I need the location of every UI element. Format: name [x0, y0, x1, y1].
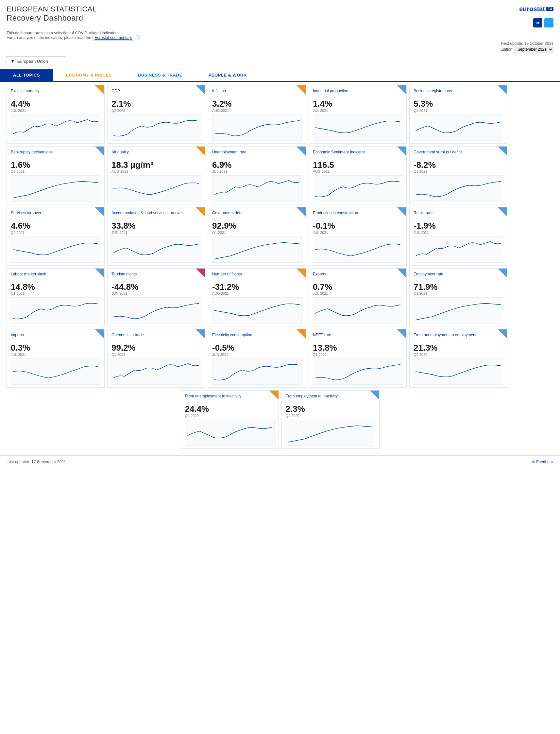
card-title-gdp: GDP	[111, 89, 201, 98]
card-value-tourism-nights: -44.8%	[111, 282, 201, 292]
card-period-employment-rate: Q1 2021	[414, 291, 503, 295]
card-value-number-of-flights: -31.2%	[212, 282, 302, 292]
tab-business[interactable]: BUSINESS & TRADE	[125, 69, 195, 81]
chart-svg-industrial-production	[313, 115, 402, 140]
card-corner-icon	[297, 146, 306, 156]
card-period-inflation: AUG 2021	[212, 109, 302, 112]
card-period-unemployment-rate: JUL 2021	[212, 169, 302, 173]
card-exports[interactable]: Exports 0.7% JUL 2021	[309, 268, 407, 327]
card-corner-icon	[95, 207, 104, 216]
card-employment-rate[interactable]: Employment rate 71.9% Q1 2021	[409, 268, 507, 327]
card-title-excess-mortality: Excess mortality	[11, 89, 100, 98]
region-selector: ▼ European Union	[0, 53, 560, 69]
chart-line-services-turnover	[13, 243, 98, 255]
region-dropdown[interactable]: ▼ European Union	[7, 56, 65, 66]
twitter-icon[interactable]: 🐦	[544, 18, 553, 27]
card-value-government-debt: 92.9%	[212, 221, 302, 230]
card-chart-business-registrations	[414, 114, 503, 141]
chart-svg-unemployment-to-inactivity	[185, 420, 274, 446]
chart-line-business-registrations	[416, 122, 501, 133]
card-value-imports: 0.3%	[11, 343, 100, 352]
card-employment-to-inactivity[interactable]: From employment to inactivity 2.3% Q4 20…	[281, 390, 380, 449]
card-period-business-registrations: Q2 2021	[414, 109, 503, 112]
chart-svg-bankruptcy-declarations	[11, 176, 100, 201]
card-chart-employment-rate	[414, 297, 503, 323]
card-chart-industrial-production	[313, 114, 402, 141]
card-value-electricity-consumption: -0.5%	[212, 343, 302, 352]
card-unemployment-to-inactivity[interactable]: From unemployment to inactivity 24.4% Q4…	[181, 390, 279, 449]
card-unemployment-rate[interactable]: Unemployment rate 6.9% JUL 2021	[208, 146, 306, 205]
feedback-link[interactable]: ✉ Feedback	[532, 460, 553, 464]
card-business-registrations[interactable]: Business registrations 5.3% Q2 2021	[409, 85, 507, 144]
card-unemployment-to-employment[interactable]: From unemployment to employment 21.3% Q4…	[409, 329, 507, 388]
card-chart-unemployment-to-employment	[414, 358, 503, 385]
card-value-business-registrations: 5.3%	[414, 99, 503, 109]
card-corner-icon	[397, 207, 406, 216]
cards-row-0: Excess mortality 4.4% JUL 2021 GDP 2.1% …	[3, 85, 557, 144]
tab-people[interactable]: PEOPLE & WORK	[195, 69, 260, 81]
tab-all-topics[interactable]: ALL TOPICS	[0, 69, 53, 81]
card-government-debt[interactable]: Government debt 92.9% Q1 2021	[208, 207, 306, 265]
card-period-labour-market-slack: Q1 2021	[11, 291, 100, 295]
card-period-economic-sentiment: AUG 2021	[313, 169, 402, 173]
card-gdp[interactable]: GDP 2.1% Q2 2021	[107, 85, 205, 144]
card-economic-sentiment[interactable]: Economic Sentiment Indicator 116.5 AUG 2…	[309, 146, 407, 205]
card-corner-icon	[397, 85, 406, 94]
card-corner-icon	[297, 85, 306, 94]
card-bankruptcy-declarations[interactable]: Bankruptcy declarations 1.6% Q2 2021	[7, 146, 105, 205]
card-corner-icon	[95, 146, 104, 156]
card-value-employment-rate: 71.9%	[414, 282, 503, 292]
card-labour-market-slack[interactable]: Labour market slack 14.8% Q1 2021	[7, 268, 105, 327]
card-government-surplus[interactable]: Government surplus / deficit -8.2% Q1 20…	[409, 146, 507, 205]
chart-svg-services-turnover	[11, 237, 100, 262]
card-period-retail-trade: JUL 2021	[414, 230, 503, 234]
chart-svg-unemployment-to-employment	[414, 359, 503, 384]
card-electricity-consumption[interactable]: Electricity consumption -0.5% JUN 2021	[208, 329, 306, 388]
card-title-imports: Imports	[11, 333, 100, 342]
card-period-government-debt: Q1 2021	[212, 230, 302, 234]
card-openness-to-trade[interactable]: Openness to trade 99.2% Q1 2021	[107, 329, 205, 388]
card-period-excess-mortality: JUL 2021	[11, 109, 100, 112]
card-corner-icon	[269, 391, 279, 400]
facebook-icon[interactable]: 	[533, 18, 542, 27]
chart-svg-labour-market-slack	[11, 298, 100, 323]
card-chart-inflation	[212, 114, 302, 141]
last-updated: Last updated: 17 September 2021	[7, 460, 66, 464]
chart-svg-electricity-consumption	[212, 359, 301, 384]
chart-svg-exports	[313, 298, 402, 323]
tab-economy[interactable]: ECONOMY & PRICES	[53, 69, 125, 81]
chart-line-openness-to-trade	[113, 364, 199, 378]
card-excess-mortality[interactable]: Excess mortality 4.4% JUL 2021	[7, 85, 105, 144]
chart-svg-openness-to-trade	[112, 359, 201, 384]
card-corner-icon	[498, 207, 507, 216]
card-title-labour-market-slack: Labour market slack	[11, 272, 100, 281]
card-retail-trade[interactable]: Retail trade -1.9% JUL 2021	[409, 207, 507, 265]
subtitle: This dashboard presents a selection of C…	[0, 27, 560, 40]
card-corner-icon	[196, 268, 205, 278]
card-period-production-construction: JUL 2021	[313, 230, 402, 234]
card-neet-rate[interactable]: NEET rate 13.8% Q1 2021	[309, 329, 407, 388]
card-air-quality[interactable]: Air quality 18.3 µg/m³ AUG 2021	[107, 146, 205, 205]
card-tourism-nights[interactable]: Tourism nights -44.8% JUN 2021	[107, 268, 205, 327]
card-inflation[interactable]: Inflation 3.2% AUG 2021	[208, 85, 306, 144]
card-value-exports: 0.7%	[313, 282, 402, 292]
card-title-accommodation-food: Accommodation & food services turnover	[111, 211, 201, 220]
edition-select[interactable]: September 2021	[515, 46, 553, 53]
chart-svg-number-of-flights	[212, 298, 301, 323]
card-period-accommodation-food: JUN 2021	[111, 230, 201, 234]
card-period-industrial-production: JUL 2021	[313, 109, 402, 112]
card-imports[interactable]: Imports 0.3% JUL 2021	[7, 329, 105, 388]
card-value-unemployment-to-employment: 21.3%	[414, 343, 503, 352]
description-line2: For an analysis of the indicators, pleas…	[7, 35, 91, 40]
card-production-construction[interactable]: Production in construction -0.1% JUL 202…	[309, 207, 407, 265]
chart-svg-inflation	[212, 115, 301, 140]
card-industrial-production[interactable]: Industrial production 1.4% JUL 2021	[309, 85, 407, 144]
card-corner-icon	[95, 85, 104, 94]
commentary-link[interactable]: Eurostat commentary	[92, 35, 134, 41]
chart-line-excess-mortality	[13, 119, 98, 134]
card-services-turnover[interactable]: Services turnover 4.6% Q2 2021	[7, 207, 105, 265]
card-corner-icon	[397, 329, 406, 338]
card-number-of-flights[interactable]: Number of flights -31.2% AUG 2021	[208, 268, 306, 327]
card-accommodation-food[interactable]: Accommodation & food services turnover 3…	[107, 207, 205, 265]
site-title: EUROPEAN STATISTICAL Recovery Dashboard	[7, 5, 97, 23]
